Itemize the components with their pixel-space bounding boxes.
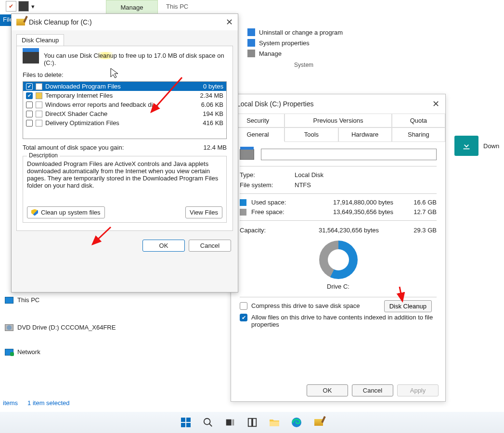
file-list-row[interactable]: ✔Downloaded Program Files0 bytes — [23, 82, 226, 91]
file-list-row[interactable]: DirectX Shader Cache194 KB — [23, 109, 226, 118]
broom-icon — [16, 19, 25, 25]
status-selected: 1 item selected — [27, 399, 69, 407]
quick-access-toolbar: ✔ ▾ — [6, 1, 35, 12]
qat-dropdown[interactable]: ▾ — [31, 1, 35, 12]
svg-rect-6 — [186, 423, 191, 427]
tab-hardware[interactable]: Hardware — [338, 127, 392, 142]
qat-button[interactable]: ✔ — [6, 1, 16, 12]
cleanup-titlebar: Disk Cleanup for (C:) ✕ — [12, 14, 238, 30]
disk-cleanup-taskbar-button[interactable] — [312, 416, 325, 429]
manage-ribbon-tab[interactable]: Manage — [106, 0, 158, 14]
svg-rect-9 — [226, 420, 231, 426]
svg-line-8 — [209, 424, 212, 427]
qat-button[interactable] — [18, 1, 29, 12]
highlighted-word: Cleanup — [94, 52, 117, 59]
dialog-title: Disk Cleanup for (C:) — [29, 18, 92, 26]
tab-general[interactable]: General — [231, 127, 284, 142]
index-checkbox-row[interactable]: ✔Allow files on this drive to have conte… — [240, 314, 437, 328]
tab-previous-versions[interactable]: Previous Versions — [284, 114, 392, 127]
file-name: Delivery Optimization Files — [45, 119, 192, 127]
files-to-delete-label: Files to delete: — [23, 71, 227, 78]
taskbar — [0, 412, 504, 433]
apply-button[interactable]: Apply — [397, 384, 439, 396]
free-label: Free space: — [251, 208, 295, 216]
download-icon — [454, 136, 478, 156]
checkbox-icon — [240, 302, 247, 310]
tree-item-dvd-drive[interactable]: DVD Drive (D:) CCCOMA_X64FRE — [0, 321, 144, 334]
intro-text: You can use Disk Cleanup to free up to 1… — [23, 52, 227, 66]
svg-rect-10 — [232, 420, 234, 426]
tab-quota[interactable]: Quota — [392, 114, 445, 127]
file-list-row[interactable]: Windows error reports and feedback di…6.… — [23, 100, 226, 109]
close-button[interactable]: ✕ — [226, 17, 233, 27]
disk-cleanup-dialog: Disk Cleanup for (C:) ✕ Disk Cleanup You… — [11, 13, 238, 293]
tab-security[interactable]: Security — [231, 114, 284, 127]
cancel-button[interactable]: Cancel — [189, 240, 231, 252]
fs-value: NTFS — [295, 181, 311, 189]
svg-point-7 — [204, 419, 210, 425]
clean-system-files-button[interactable]: Clean up system files — [27, 206, 105, 218]
drive-icon — [23, 52, 39, 64]
disk-cleanup-button[interactable]: Disk Cleanup — [384, 300, 432, 312]
used-bytes: 17,914,880,000 bytes — [299, 199, 398, 206]
widgets-button[interactable] — [246, 416, 259, 429]
svg-rect-13 — [270, 421, 279, 426]
start-button[interactable] — [179, 416, 193, 429]
file-name: DirectX Shader Cache — [45, 110, 192, 117]
properties-titlebar: Local Disk (C:) Properties ✕ — [231, 94, 445, 114]
close-button[interactable]: ✕ — [432, 99, 439, 109]
properties-tabs: Security Previous Versions Quota General… — [231, 114, 445, 142]
uninstall-program-button[interactable]: Uninstall or change a program — [247, 27, 343, 38]
window-title: This PC — [166, 3, 188, 10]
label: Manage — [259, 50, 282, 57]
manage-icon — [247, 50, 255, 57]
total-value: 12.4 MB — [204, 144, 227, 151]
group-caption: System — [247, 62, 343, 68]
downloads-folder-tile[interactable]: Down — [454, 136, 499, 156]
label: This PC — [17, 296, 39, 304]
system-ribbon-group: Uninstall or change a program System pro… — [247, 27, 343, 68]
tab-sharing[interactable]: Sharing — [392, 127, 445, 142]
file-icon — [36, 92, 42, 99]
label: System properties — [259, 39, 310, 47]
type-label: Type: — [240, 171, 281, 178]
free-bytes: 13,649,350,656 bytes — [299, 208, 398, 216]
ok-button[interactable]: OK — [142, 240, 185, 252]
system-properties-button[interactable]: System properties — [247, 38, 343, 48]
label: Down — [483, 142, 499, 150]
manage-button[interactable]: Manage — [247, 48, 343, 59]
capacity-bytes: 31,564,230,656 bytes — [293, 227, 403, 234]
explorer-titlebar: ✔ ▾ — [0, 0, 504, 14]
file-name: Temporary Internet Files — [45, 92, 192, 99]
used-swatch-icon — [240, 199, 246, 206]
tab-tools[interactable]: Tools — [284, 127, 338, 142]
checkbox-icon — [26, 102, 33, 108]
svg-rect-3 — [181, 418, 185, 422]
dialog-title: Local Disk (C:) Properties — [237, 100, 314, 108]
cleanup-panel: You can use Disk Cleanup to free up to 1… — [16, 46, 233, 231]
pc-icon — [5, 297, 13, 304]
cancel-button[interactable]: Cancel — [352, 384, 393, 396]
files-listbox[interactable]: ✔Downloaded Program Files0 bytes✔Tempora… — [23, 81, 227, 139]
capacity-label: Capacity: — [240, 227, 293, 234]
tree-item-network[interactable]: Network — [0, 345, 144, 358]
svg-rect-5 — [181, 423, 185, 427]
description-text: Downloaded Program Files are ActiveX con… — [27, 160, 222, 197]
properties-icon — [247, 39, 255, 47]
usage-donut-chart — [319, 241, 358, 279]
drive-label-input[interactable] — [261, 149, 437, 160]
file-explorer-button[interactable] — [268, 416, 281, 429]
tree-item-this-pc[interactable]: This PC — [0, 293, 144, 306]
tab-disk-cleanup[interactable]: Disk Cleanup — [16, 34, 64, 46]
file-list-row[interactable]: Delivery Optimization Files416 KB — [23, 118, 226, 127]
label: Network — [17, 348, 40, 356]
ok-button[interactable]: OK — [307, 384, 348, 396]
task-view-button[interactable] — [223, 416, 237, 429]
checkbox-icon: ✔ — [26, 92, 33, 99]
file-icon — [36, 111, 42, 117]
file-list-row[interactable]: ✔Temporary Internet Files2.34 MB — [23, 91, 226, 100]
view-files-button[interactable]: View Files — [185, 206, 222, 218]
search-button[interactable] — [201, 416, 215, 429]
edge-button[interactable] — [290, 416, 303, 429]
file-size: 6.06 KB — [194, 101, 223, 108]
